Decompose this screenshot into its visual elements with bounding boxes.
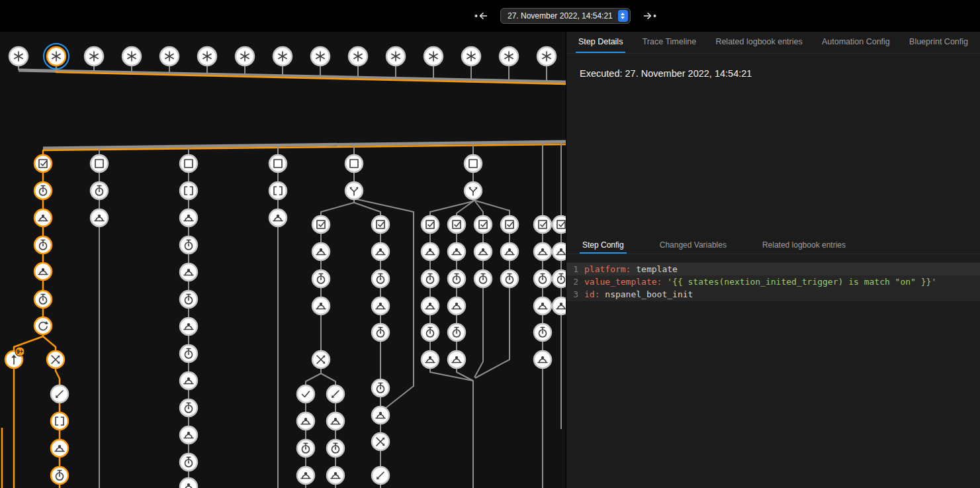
- trace-node-condition[interactable]: [422, 216, 439, 233]
- trace-node-stopwatch[interactable]: [448, 324, 465, 341]
- trace-node-condition[interactable]: [312, 216, 330, 233]
- trace-node-service[interactable]: [501, 243, 518, 260]
- trace-node-brackets[interactable]: [269, 182, 287, 199]
- trace-node-asterisk[interactable]: [273, 47, 292, 66]
- trace-node-service[interactable]: [553, 243, 566, 260]
- trace-node-service[interactable]: [34, 209, 52, 226]
- trace-node-asterisk[interactable]: [500, 47, 518, 66]
- trace-node-asterisk[interactable]: [198, 47, 216, 66]
- trace-node-square[interactable]: [345, 155, 363, 172]
- trace-node-service[interactable]: [534, 351, 551, 368]
- trace-node-asterisk[interactable]: [236, 47, 254, 66]
- trace-node-service[interactable]: [51, 440, 68, 457]
- trace-node-condition[interactable]: [553, 216, 566, 233]
- trace-node-condition[interactable]: [448, 216, 465, 233]
- trace-node-asterisk[interactable]: [462, 47, 480, 66]
- trace-node-service[interactable]: [448, 243, 465, 260]
- trace-node-square[interactable]: [180, 155, 197, 172]
- tab-trace-timeline[interactable]: Trace Timeline: [640, 32, 699, 53]
- trace-node-stopwatch[interactable]: [51, 467, 68, 484]
- trace-node-service[interactable]: [180, 426, 197, 444]
- trace-node-arrowdl[interactable]: [51, 385, 68, 403]
- trace-node-service[interactable]: [180, 318, 197, 335]
- trace-node-callsplit[interactable]: [465, 182, 482, 199]
- trace-node-service[interactable]: [372, 407, 389, 424]
- code-line[interactable]: 3id: nspanel_boot_init: [566, 288, 980, 301]
- trace-node-stopwatch[interactable]: [422, 324, 439, 341]
- trace-node-service[interactable]: [312, 243, 330, 260]
- trace-node-stopwatch[interactable]: [180, 399, 197, 416]
- trace-node-service[interactable]: [180, 478, 197, 488]
- trace-node-callsplit[interactable]: [345, 182, 363, 199]
- trace-node-shuffle[interactable]: [372, 433, 389, 450]
- trace-node-stopwatch[interactable]: [474, 270, 492, 287]
- code-line[interactable]: 2value_template: '{{ states(nextion_init…: [566, 275, 980, 288]
- code-line[interactable]: 1platform: template: [566, 263, 980, 275]
- trace-node-asterisk[interactable]: [85, 47, 103, 66]
- trace-node-asterisk[interactable]: [537, 47, 556, 66]
- trace-node-service[interactable]: [553, 297, 566, 315]
- trace-node-service[interactable]: [297, 413, 314, 430]
- trace-node-stopwatch[interactable]: [327, 440, 344, 457]
- tab-automation-config[interactable]: Automation Config: [819, 32, 893, 53]
- trace-node-service[interactable]: [180, 264, 197, 281]
- trace-node-service[interactable]: [534, 243, 551, 260]
- trace-node-stopwatch[interactable]: [372, 379, 389, 397]
- trace-node-stopwatch[interactable]: [180, 454, 197, 471]
- tab-blueprint-config[interactable]: Blueprint Config: [907, 32, 971, 53]
- trace-node-stopwatch[interactable]: [422, 270, 439, 287]
- trace-node-stopwatch[interactable]: [372, 270, 389, 287]
- trace-node-condition[interactable]: [501, 216, 518, 233]
- trace-node-asterisk[interactable]: [311, 47, 330, 66]
- trace-node-stopwatch[interactable]: [34, 182, 52, 199]
- trace-node-service[interactable]: [34, 263, 52, 280]
- trace-node-stopwatch[interactable]: [448, 270, 465, 287]
- trace-node-service[interactable]: [422, 243, 439, 260]
- trace-node-stopwatch[interactable]: [91, 182, 108, 199]
- trace-node-service[interactable]: [297, 467, 314, 484]
- trace-node-asterisk[interactable]: [424, 47, 443, 66]
- trace-node-condition[interactable]: [372, 216, 389, 233]
- trace-node-checkmark[interactable]: [297, 385, 314, 403]
- tab-step-details[interactable]: Step Details: [576, 32, 625, 53]
- trace-node-stopwatch[interactable]: [372, 324, 389, 341]
- trace-node-service[interactable]: [534, 297, 551, 315]
- trace-node-service[interactable]: [422, 351, 439, 368]
- trace-node-asterisk[interactable]: [349, 47, 367, 66]
- trace-node-stopwatch[interactable]: [34, 291, 52, 308]
- trace-node-service[interactable]: [180, 209, 197, 226]
- trace-node-service[interactable]: [91, 209, 108, 226]
- tab-step-config[interactable]: Step Config: [580, 237, 627, 254]
- trace-node-service[interactable]: [372, 243, 389, 260]
- trace-node-repeat[interactable]: [34, 317, 52, 334]
- trace-node-arrowdl[interactable]: [327, 385, 344, 403]
- next-run-icon[interactable]: [641, 7, 658, 24]
- trace-node-asterisk[interactable]: [44, 44, 69, 69]
- trace-node-service[interactable]: [448, 351, 465, 368]
- run-selector[interactable]: 27. November 2022, 14:54:21: [500, 8, 631, 24]
- trace-node-shuffle[interactable]: [47, 351, 64, 368]
- tab-changed-variables[interactable]: Changed Variables: [657, 237, 729, 254]
- trace-node-service[interactable]: [180, 372, 197, 389]
- trace-node-service[interactable]: [448, 297, 465, 315]
- tab-related-logbook-entries[interactable]: Related logbook entries: [760, 237, 848, 254]
- trace-node-shuffle[interactable]: [312, 351, 330, 368]
- trace-node-arrowdl[interactable]: [372, 467, 389, 484]
- trace-node-asterisk[interactable]: [9, 47, 28, 66]
- trace-node-brackets[interactable]: [180, 182, 197, 199]
- trace-node-stopwatch[interactable]: [180, 345, 197, 362]
- trace-node-condition[interactable]: [34, 155, 52, 172]
- previous-run-icon[interactable]: [472, 7, 490, 24]
- trace-node-asterisk[interactable]: [160, 47, 179, 66]
- trace-node-stopwatch[interactable]: [180, 236, 197, 254]
- trace-node-service[interactable]: [327, 413, 344, 430]
- trace-node-condition[interactable]: [474, 216, 492, 233]
- trace-node-square[interactable]: [269, 155, 287, 172]
- trace-node-service[interactable]: [372, 297, 389, 315]
- yaml-code-editor[interactable]: 1platform: template2value_template: '{{ …: [566, 262, 980, 301]
- trace-node-stopwatch[interactable]: [534, 270, 551, 287]
- trace-node-asterisk[interactable]: [122, 47, 141, 66]
- trace-node-stopwatch[interactable]: [34, 236, 52, 254]
- trace-node-stopwatch[interactable]: [553, 270, 566, 287]
- trace-node-service[interactable]: [422, 297, 439, 315]
